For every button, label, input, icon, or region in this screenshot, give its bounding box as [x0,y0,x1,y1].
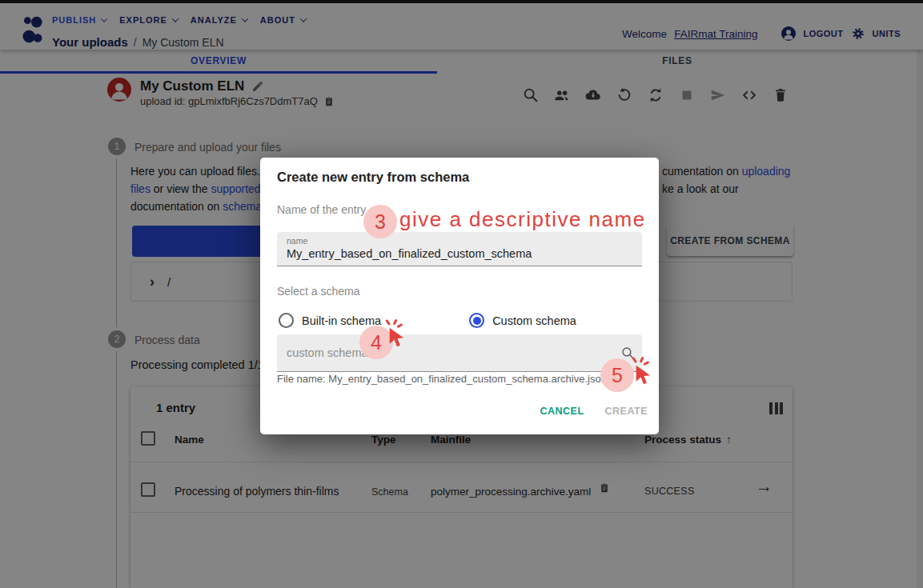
file-name-helper-text: File name: My_entry_based_on_finalized_c… [277,373,607,385]
custom-schema-placeholder: custom schema [287,346,368,359]
screen: PUBLISH EXPLORE ANALYZE ABOUT Your uploa… [0,0,923,588]
create-button[interactable]: CREATE [605,406,648,417]
name-section-label: Name of the entry [277,203,366,216]
cancel-button[interactable]: CANCEL [540,406,584,417]
builtin-schema-label[interactable]: Built-in schema [302,314,381,327]
click-cursor-icon [383,319,411,351]
schema-section-label: Select a schema [277,285,360,298]
custom-schema-search-input[interactable]: custom schema [277,334,642,372]
annotation-step-3-note: give a descriptive name [399,207,646,232]
entry-name-input-value: My_entry_based_on_finalized_custom_schem… [287,247,532,260]
dialog-actions: CANCEL CREATE [540,406,648,417]
create-entry-dialog: Create new entry from schema Name of the… [260,158,659,434]
annotation-step-3-badge: 3 [363,205,397,238]
dialog-title: Create new entry from schema [277,170,469,185]
builtin-schema-radio[interactable] [279,313,294,328]
custom-schema-radio[interactable] [469,313,484,328]
entry-name-input[interactable]: name My_entry_based_on_finalized_custom_… [277,232,642,266]
entry-name-input-label: name [287,236,307,246]
schema-radio-group: Built-in schema Custom schema [279,313,576,328]
click-cursor-icon [629,357,658,389]
custom-schema-label[interactable]: Custom schema [492,314,576,327]
